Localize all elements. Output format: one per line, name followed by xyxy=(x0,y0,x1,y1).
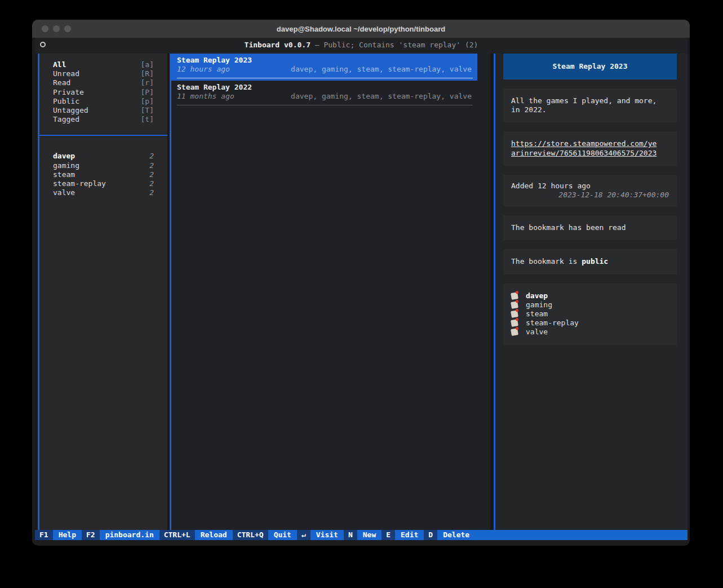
tag-count: 2 xyxy=(149,179,154,188)
bookmark-row-steam-replay-2023[interactable]: Steam Replay 2023 12 hours agodavep, gam… xyxy=(171,54,477,81)
footer-key-e[interactable]: E xyxy=(382,530,395,540)
filter-tagged[interactable]: Tagged[t] xyxy=(53,115,154,124)
bookmark-list: Steam Replay 2023 12 hours agodavep, gam… xyxy=(171,54,490,530)
footer-action-visit[interactable]: Visit xyxy=(311,530,344,540)
sidebar-tag-valve[interactable]: valve2 xyxy=(53,188,154,197)
app-title: Tinboard v0.0.7 — Public; Contains 'stea… xyxy=(35,41,687,50)
bookmark-url-link[interactable]: https://store.steampowered.com/yearinrev… xyxy=(511,139,657,157)
sidebar-tag-list: davep2 gaming2 steam2 steam-replay2 valv… xyxy=(39,136,167,197)
tinboard-app: Tinboard v0.0.7 — Public; Contains 'stea… xyxy=(35,38,687,540)
key-hint: [P] xyxy=(141,88,154,97)
tag-icon xyxy=(511,301,518,309)
bookmark-tags: davep, gaming, steam, steam-replay, valv… xyxy=(291,92,472,101)
bookmark-tags: davep, gaming, steam, steam-replay, valv… xyxy=(291,65,472,74)
tag-count: 2 xyxy=(149,161,154,170)
added-label: Added 12 hours ago xyxy=(511,182,669,191)
bookmark-row-steam-replay-2022[interactable]: Steam Replay 2022 11 months agodavep, ga… xyxy=(171,81,477,108)
footer-key-ctrl-l[interactable]: CTRL+L xyxy=(159,530,195,540)
bookmark-details-pane: Steam Replay 2023 All the games I played… xyxy=(495,54,687,530)
sidebar-tag-steam[interactable]: steam2 xyxy=(53,170,154,179)
filter-list: All[a] Unread[R] Read[r] Private[P] Publ… xyxy=(39,54,167,124)
app-header: Tinboard v0.0.7 — Public; Contains 'stea… xyxy=(35,38,687,54)
footer-action-help[interactable]: Help xyxy=(53,530,82,540)
filter-unread[interactable]: Unread[R] xyxy=(53,69,154,78)
key-hint: [a] xyxy=(141,60,154,69)
footer-filler xyxy=(475,530,687,540)
key-hint: [R] xyxy=(141,69,154,78)
details-description: All the games I played, and more, in 202… xyxy=(503,89,677,122)
tag-count: 2 xyxy=(149,152,154,161)
close-button[interactable] xyxy=(42,25,48,32)
visibility-prefix: The bookmark is xyxy=(511,257,582,266)
bookmark-age: 12 hours ago xyxy=(177,65,230,74)
details-title: Steam Replay 2023 xyxy=(503,54,677,79)
window-title: davep@Shadow.local ~/develop/python/tinb… xyxy=(277,25,445,33)
details-added-block: Added 12 hours ago 2023-12-18 20:40:37+0… xyxy=(503,175,677,206)
app-subtitle: — Public; Contains 'steam replay' (2) xyxy=(311,41,478,49)
traffic-lights xyxy=(42,25,71,32)
sidebar-tag-davep[interactable]: davep2 xyxy=(53,152,154,161)
footer-key-d[interactable]: D xyxy=(424,530,437,540)
footer-action-quit[interactable]: Quit xyxy=(268,530,297,540)
tag-icon xyxy=(511,310,518,318)
details-url-block: https://store.steampowered.com/yearinrev… xyxy=(503,131,677,165)
key-hint: [p] xyxy=(141,97,154,106)
added-timestamp: 2023-12-18 20:40:37+00:00 xyxy=(511,191,669,200)
footer-action-delete[interactable]: Delete xyxy=(437,530,475,540)
filter-private[interactable]: Private[P] xyxy=(53,88,154,97)
footer-action-pinboard[interactable]: pinboard.in xyxy=(100,530,159,540)
tag-icon xyxy=(511,319,518,327)
key-hint: [t] xyxy=(141,115,154,124)
sidebar-tag-gaming[interactable]: gaming2 xyxy=(53,161,154,170)
key-hint: [r] xyxy=(141,78,154,87)
sidebar-tag-steam-replay[interactable]: steam-replay2 xyxy=(53,179,154,188)
tag-icon xyxy=(511,329,518,337)
footer-key-f2[interactable]: F2 xyxy=(82,530,100,540)
details-tag-steam-replay[interactable]: steam-replay xyxy=(511,319,669,328)
row-underline xyxy=(177,105,473,105)
details-tag-davep[interactable]: davep xyxy=(511,291,669,300)
main-area: All[a] Unread[R] Read[r] Private[P] Publ… xyxy=(35,54,687,530)
footer-key-enter-icon[interactable]: ↵ xyxy=(297,530,311,540)
filter-read[interactable]: Read[r] xyxy=(53,78,154,87)
filter-untagged[interactable]: Untagged[T] xyxy=(53,106,154,115)
app-name-version: Tinboard v0.0.7 xyxy=(245,41,311,49)
row-underline xyxy=(177,78,473,78)
macos-titlebar: davep@Shadow.local ~/develop/python/tinb… xyxy=(32,20,690,38)
tag-count: 2 xyxy=(149,170,154,179)
screen: davep@Shadow.local ~/develop/python/tinb… xyxy=(0,0,723,588)
key-hint: [T] xyxy=(141,106,154,115)
details-tag-gaming[interactable]: gaming xyxy=(511,300,669,310)
footer-key-f1[interactable]: F1 xyxy=(35,530,53,540)
tag-count: 2 xyxy=(149,188,154,197)
footer-key-n[interactable]: N xyxy=(344,530,357,540)
footer-action-edit[interactable]: Edit xyxy=(395,530,424,540)
bookmark-age: 11 months ago xyxy=(177,92,234,101)
details-tag-valve[interactable]: valve xyxy=(511,328,669,337)
tag-icon xyxy=(511,292,518,300)
details-tag-list: davep gaming steam steam-replay valve xyxy=(503,284,677,345)
footer-action-reload[interactable]: Reload xyxy=(195,530,233,540)
visibility-value: public xyxy=(582,257,608,266)
terminal-window: davep@Shadow.local ~/develop/python/tinb… xyxy=(32,20,690,546)
minimize-button[interactable] xyxy=(53,25,60,32)
filter-public[interactable]: Public[p] xyxy=(53,97,154,106)
footer-key-ctrl-q[interactable]: CTRL+Q xyxy=(233,530,268,540)
filter-all[interactable]: All[a] xyxy=(53,60,154,69)
details-visibility: The bookmark is public xyxy=(503,249,677,274)
footer-keybar: F1HelpF2pinboard.inCTRL+LReloadCTRL+QQui… xyxy=(35,530,687,540)
zoom-button[interactable] xyxy=(64,25,71,32)
details-read-status: The bookmark has been read xyxy=(503,215,677,240)
filters-sidebar: All[a] Unread[R] Read[r] Private[P] Publ… xyxy=(39,54,167,530)
details-tag-steam[interactable]: steam xyxy=(511,310,669,319)
footer-action-new[interactable]: New xyxy=(357,530,382,540)
